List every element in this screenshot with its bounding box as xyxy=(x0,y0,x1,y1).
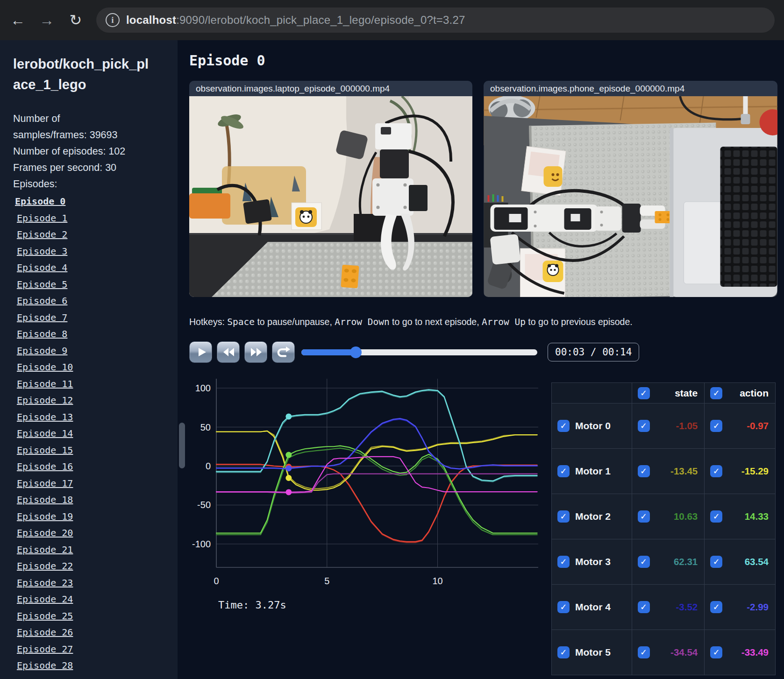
motor-chart: -100-500501000510 Time: 3.27s xyxy=(189,375,542,611)
motor-action-checkbox[interactable] xyxy=(710,510,722,523)
episode-link[interactable]: Episode 5 xyxy=(13,276,169,293)
state-value: -1.05 xyxy=(676,420,698,431)
table-row: Motor 1 -13.45 -15.29 xyxy=(552,449,776,494)
episode-link[interactable]: Episode 13 xyxy=(13,409,169,426)
motor-action-checkbox[interactable] xyxy=(710,601,722,613)
motor-action-checkbox[interactable] xyxy=(710,465,722,477)
motor-action-checkbox[interactable] xyxy=(710,556,722,568)
state-value: 10.63 xyxy=(674,511,698,522)
fps-info: Frames per second: 30 xyxy=(13,160,131,176)
seek-slider[interactable] xyxy=(301,349,537,355)
episode-link[interactable]: Episode 24 xyxy=(13,591,169,608)
motor-checkbox[interactable] xyxy=(557,465,570,477)
episode-link[interactable]: Episode 28 xyxy=(13,658,169,674)
episode-link[interactable]: Episode 20 xyxy=(13,525,169,542)
episode-link[interactable]: Episode 6 xyxy=(13,293,169,310)
svg-text:-50: -50 xyxy=(197,500,211,510)
video-frame-laptop xyxy=(189,96,472,297)
episode-link[interactable]: Episode 25 xyxy=(13,608,169,625)
episode-link[interactable]: Episode 12 xyxy=(13,392,169,409)
action-value: 14.33 xyxy=(745,511,769,522)
dataset-info: Number of samples/frames: 39693 Number o… xyxy=(13,111,131,192)
episode-link[interactable]: Episode 4 xyxy=(13,260,169,276)
episode-link[interactable]: Episode 19 xyxy=(13,509,169,525)
motor-checkbox[interactable] xyxy=(557,556,570,568)
motor-table-wrap: state action Motor 0 -1.05 -0.97 Motor 1… xyxy=(551,382,776,675)
bottom-row: -100-500501000510 Time: 3.27s state acti… xyxy=(189,375,784,675)
loop-button[interactable] xyxy=(272,341,295,363)
state-header: state xyxy=(675,388,698,399)
motor-checkbox[interactable] xyxy=(557,420,570,432)
episode-link[interactable]: Episode 1 xyxy=(13,210,169,227)
episode-link[interactable]: Episode 11 xyxy=(13,376,169,393)
address-bar[interactable]: i localhost:9090/lerobot/koch_pick_place… xyxy=(96,7,775,33)
back-icon[interactable]: ← xyxy=(9,12,26,29)
episode-link[interactable]: Episode 14 xyxy=(13,425,169,442)
state-value: -34.54 xyxy=(670,647,698,658)
episode-link[interactable]: Episode 21 xyxy=(13,542,169,559)
forward-icon[interactable]: → xyxy=(38,12,55,29)
motor-state-checkbox[interactable] xyxy=(638,601,650,613)
episode-link[interactable]: Episode 9 xyxy=(13,343,169,360)
episodes-label: Episodes: xyxy=(13,176,131,192)
seek-thumb[interactable] xyxy=(350,347,362,358)
video-phone[interactable] xyxy=(484,96,777,297)
time-display: 00:03 / 00:14 xyxy=(548,343,639,361)
page-title: Episode 0 xyxy=(189,52,784,69)
episode-link[interactable]: Episode 7 xyxy=(13,310,169,326)
motor-action-checkbox[interactable] xyxy=(710,646,722,658)
seek-fill xyxy=(301,349,356,355)
episode-list: Episode 0Episode 1Episode 2Episode 3Epis… xyxy=(13,193,169,674)
episode-link[interactable]: Episode 18 xyxy=(13,492,169,509)
motor-state-checkbox[interactable] xyxy=(638,646,650,658)
motor-label: Motor 2 xyxy=(575,511,611,522)
episode-link[interactable]: Episode 22 xyxy=(13,558,169,575)
motor-label: Motor 5 xyxy=(575,647,611,658)
state-value: -13.45 xyxy=(670,466,698,477)
action-value: -0.97 xyxy=(747,420,769,431)
episode-link[interactable]: Episode 2 xyxy=(13,226,169,243)
action-value: 63.54 xyxy=(745,556,769,567)
sidebar: lerobot/koch_pick_place_1_lego Number of… xyxy=(0,40,178,679)
action-column-checkbox[interactable] xyxy=(710,387,722,399)
reload-icon[interactable]: ↻ xyxy=(67,11,84,29)
motor-action-checkbox[interactable] xyxy=(710,420,722,432)
rewind-button[interactable] xyxy=(217,341,240,363)
site-info-icon[interactable]: i xyxy=(106,13,120,27)
action-value: -2.99 xyxy=(747,601,769,613)
episode-link[interactable]: Episode 17 xyxy=(13,475,169,492)
motor-state-checkbox[interactable] xyxy=(638,556,650,568)
motor-state-checkbox[interactable] xyxy=(638,420,650,432)
episode-link[interactable]: Episode 27 xyxy=(13,641,169,658)
video-frame-phone xyxy=(484,96,777,297)
motor-checkbox[interactable] xyxy=(557,646,570,658)
episode-link[interactable]: Episode 8 xyxy=(13,326,169,343)
action-value: -15.29 xyxy=(741,466,769,477)
hotkeys-text: Hotkeys: Space to pause/unpause, Arrow D… xyxy=(189,317,784,327)
table-row: Motor 5 -34.54 -33.49 xyxy=(552,630,776,675)
svg-text:10: 10 xyxy=(432,576,442,586)
motor-label: Motor 1 xyxy=(575,466,611,477)
transport-controls: 00:03 / 00:14 xyxy=(189,341,784,363)
play-button[interactable] xyxy=(189,341,212,363)
episode-link[interactable]: Episode 15 xyxy=(13,442,169,459)
episode-link[interactable]: Episode 10 xyxy=(13,359,169,376)
episode-link[interactable]: Episode 3 xyxy=(13,243,169,260)
samples-count: Number of samples/frames: 39693 xyxy=(13,111,131,143)
motor-state-checkbox[interactable] xyxy=(638,465,650,477)
video-row: observation.images.laptop_episode_000000… xyxy=(189,81,784,297)
table-row: Motor 3 62.31 63.54 xyxy=(552,539,776,585)
episode-link[interactable]: Episode 23 xyxy=(13,575,169,592)
fast-forward-button[interactable] xyxy=(244,341,267,363)
motor-state-checkbox[interactable] xyxy=(638,510,650,523)
state-column-checkbox[interactable] xyxy=(638,387,650,399)
episode-link[interactable]: Episode 26 xyxy=(13,624,169,641)
motor-checkbox[interactable] xyxy=(557,510,570,523)
video-laptop[interactable] xyxy=(189,96,472,297)
motor-checkbox[interactable] xyxy=(557,601,570,613)
scrollbar-thumb[interactable] xyxy=(179,423,185,468)
state-value: 62.31 xyxy=(674,556,698,567)
episode-link[interactable]: Episode 16 xyxy=(13,459,169,475)
episode-link[interactable]: Episode 0 xyxy=(13,193,169,210)
dataset-title: lerobot/koch_pick_place_1_lego xyxy=(13,54,154,95)
